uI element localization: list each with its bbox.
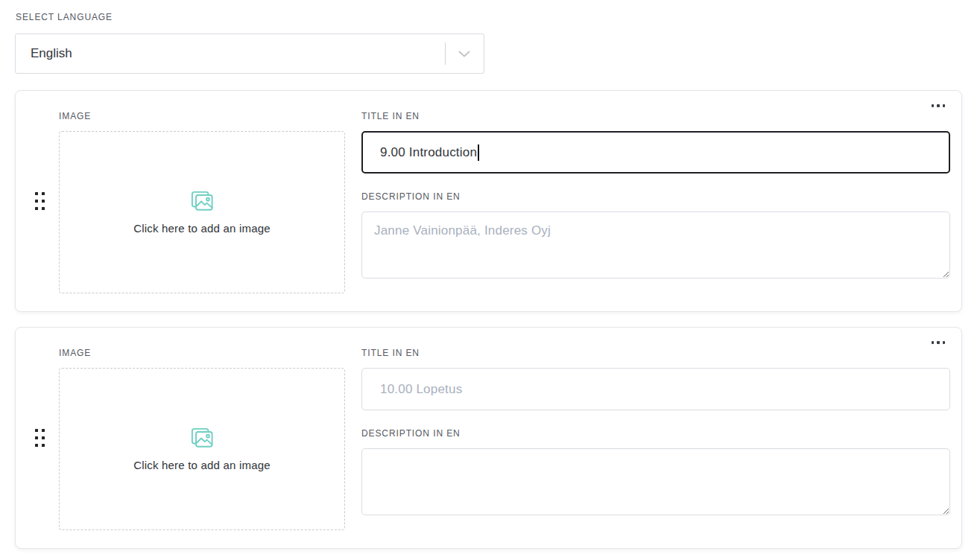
drag-dot bbox=[42, 207, 45, 210]
title-label: TITLE IN EN bbox=[361, 348, 950, 358]
description-label: DESCRIPTION IN EN bbox=[361, 428, 950, 439]
language-select-value: English bbox=[16, 46, 445, 61]
image-label: IMAGE bbox=[59, 111, 345, 121]
image-dropzone[interactable]: Click here to add an image bbox=[59, 131, 345, 293]
drag-handle[interactable] bbox=[32, 426, 48, 450]
image-column: IMAGE Click here to add an image bbox=[59, 111, 345, 293]
title-input[interactable]: 9.00 Introduction bbox=[361, 131, 950, 174]
dropzone-text: Click here to add an image bbox=[133, 222, 271, 235]
images-icon bbox=[190, 427, 214, 449]
language-select-arrow-zone[interactable] bbox=[445, 34, 484, 73]
fields-column: TITLE IN EN 9.00 Introduction DESCRIPTIO… bbox=[361, 111, 950, 293]
card-body: IMAGE Click here to add an image TITLE I… bbox=[16, 91, 961, 311]
image-label: IMAGE bbox=[59, 348, 345, 358]
drag-dot bbox=[42, 429, 45, 432]
drag-dot bbox=[35, 200, 38, 203]
ellipsis-icon bbox=[932, 341, 935, 344]
ellipsis-icon bbox=[943, 104, 946, 107]
more-options-button[interactable] bbox=[929, 335, 949, 350]
agenda-item-card-1: IMAGE Click here to add an image TITLE I… bbox=[15, 90, 962, 312]
description-textarea[interactable] bbox=[361, 448, 950, 515]
image-column: IMAGE Click here to add an image bbox=[59, 348, 345, 530]
more-options-button[interactable] bbox=[929, 98, 949, 113]
language-select[interactable]: English bbox=[15, 34, 484, 74]
drag-dot bbox=[35, 207, 38, 210]
description-label: DESCRIPTION IN EN bbox=[361, 191, 950, 202]
drag-dot bbox=[42, 436, 45, 439]
image-dropzone[interactable]: Click here to add an image bbox=[59, 368, 345, 530]
fields-column: TITLE IN EN DESCRIPTION IN EN bbox=[361, 348, 950, 530]
card-body: IMAGE Click here to add an image TITLE I… bbox=[16, 328, 961, 548]
drag-dot bbox=[35, 429, 38, 432]
text-caret bbox=[478, 144, 479, 161]
drag-dot bbox=[35, 436, 38, 439]
drag-dot bbox=[35, 444, 38, 447]
drag-dot bbox=[35, 192, 38, 195]
chevron-down-icon bbox=[458, 51, 470, 57]
drag-handle[interactable] bbox=[32, 189, 48, 213]
agenda-editor-page: SELECT LANGUAGE English IMAGE bbox=[0, 0, 980, 560]
drag-dot bbox=[42, 444, 45, 447]
ellipsis-icon bbox=[932, 104, 935, 107]
drag-dot bbox=[42, 200, 45, 203]
title-input[interactable] bbox=[361, 368, 950, 410]
drag-dot bbox=[42, 192, 45, 195]
dropzone-text: Click here to add an image bbox=[133, 459, 271, 471]
title-input-value: 9.00 Introduction bbox=[380, 145, 477, 160]
select-language-label: SELECT LANGUAGE bbox=[16, 12, 962, 22]
ellipsis-icon bbox=[937, 104, 940, 107]
description-textarea[interactable] bbox=[361, 211, 950, 279]
agenda-item-card-2: IMAGE Click here to add an image TITLE I… bbox=[15, 327, 962, 549]
images-icon bbox=[190, 190, 214, 212]
title-label: TITLE IN EN bbox=[361, 111, 950, 121]
ellipsis-icon bbox=[937, 341, 940, 344]
ellipsis-icon bbox=[943, 341, 946, 344]
